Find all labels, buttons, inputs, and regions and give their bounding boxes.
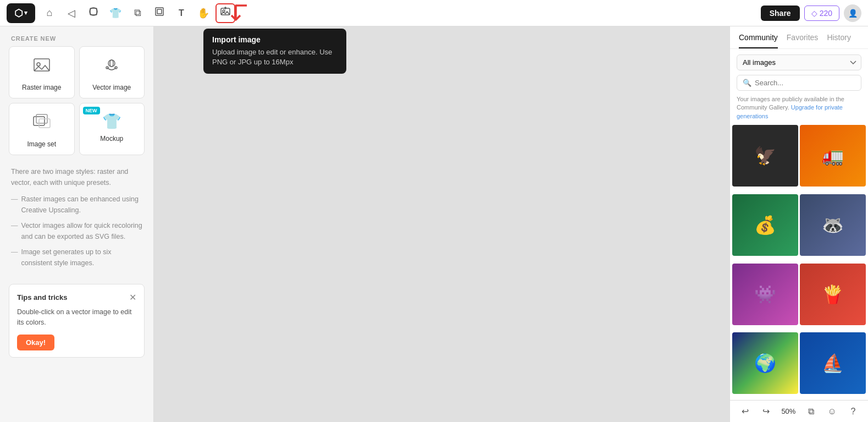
tab-favorites[interactable]: Favorites [787,33,819,48]
svg-rect-1 [90,8,97,15]
vector-icon [102,56,121,79]
gallery-item-monster[interactable]: 👾 [732,264,798,325]
shapes-tool-button[interactable] [84,3,103,23]
imageset-label: Image set [27,140,56,148]
home-icon: ⌂ [47,7,53,19]
raster-label: Raster image [22,84,61,91]
right-tabs: Community Favorites History [730,26,868,49]
main-toolbar: ⬡ ▾ ⌂ ◁ 👕 ⧉ T [0,0,868,26]
search-box: 🔍 [737,75,861,91]
layers-button[interactable]: ⧉ [803,403,819,420]
import-icon [220,6,231,20]
svg-rect-2 [156,8,163,15]
left-panel: CREATE NEW Raster image [0,26,154,422]
gallery-item-eagle[interactable]: 🦅 [732,125,798,187]
logo-dropdown-icon: ▾ [24,9,27,17]
svg-point-8 [37,63,40,66]
gallery-item-planet[interactable]: 🌍 [732,332,798,394]
toolbar-right: Share ◇ 220 👤 [761,4,861,22]
copy-tool-button[interactable]: ⧉ [128,3,147,23]
gallery-item-dollar[interactable]: 💰 [732,194,798,256]
hand-icon: ✋ [197,7,209,19]
import-image-button[interactable] [215,3,235,23]
privacy-note: Your images are publicly available in th… [730,95,868,125]
layers-icon: ⧉ [808,407,814,416]
right-panel: Community Favorites History All images M… [729,26,868,422]
svg-rect-3 [157,9,162,14]
text-icon: T [179,8,184,18]
vector-label: Vector image [92,84,131,91]
logo-icon: ⬡ [14,7,23,19]
new-badge: NEW [83,107,100,114]
info-item-1: Raster images can be enhanced using Crea… [11,194,142,216]
user-avatar[interactable]: 👤 [844,4,861,22]
raster-image-card[interactable]: Raster image [9,46,75,98]
info-text: There are two image styles: raster and v… [0,162,153,279]
info-item-2: Vector images allow for quick recoloring… [11,220,142,242]
svg-point-10 [110,60,113,67]
help-icon: ? [850,407,855,416]
text-tool-button[interactable]: T [172,3,191,23]
mockup-label: Mockup [100,135,123,143]
face-button[interactable]: ☺ [824,403,841,420]
canvas-area[interactable] [154,26,729,422]
shirt-icon: 👕 [109,7,121,19]
frame-tool-button[interactable] [150,3,169,23]
create-new-label: CREATE NEW [0,26,153,46]
tips-body: Double-click on a vector image to edit i… [17,307,136,328]
tab-community[interactable]: Community [739,33,778,48]
tab-history[interactable]: History [827,33,851,48]
create-grid: Raster image Vector image [0,46,153,162]
undo-button[interactable]: ↩ [737,403,753,420]
face-icon: ☺ [828,407,837,416]
frame-icon [154,7,164,19]
select-tool-button[interactable]: ◁ [62,3,81,23]
bottom-toolbar: ↩ ↪ 50% ⧉ ☺ ? [730,400,868,422]
select-icon: ◁ [68,7,75,19]
tips-title: Tips and tricks [17,293,68,302]
help-button[interactable]: ? [845,403,861,420]
credits-count: 220 [820,9,832,18]
svg-point-0 [90,8,97,15]
gallery-item-raccoon[interactable]: 🦝 [800,194,866,256]
tips-header: Tips and tricks ✕ [17,292,136,303]
shapes-icon [88,6,99,20]
gallery-item-truck[interactable]: 🚛 [800,125,866,187]
gallery-item-boat[interactable]: ⛵ [800,332,866,394]
search-icon: 🔍 [743,79,751,87]
okay-button[interactable]: Okay! [17,335,54,350]
gallery-item-fries[interactable]: 🍟 [800,264,866,325]
tips-box: Tips and tricks ✕ Double-click on a vect… [9,284,145,358]
shirt-tool-button[interactable]: 👕 [106,3,125,23]
undo-icon: ↩ [742,406,749,416]
mockup-card[interactable]: NEW 👕 Mockup [79,103,145,155]
info-item-3: Image set generates up to six consistent… [11,246,142,268]
main-content: CREATE NEW Raster image [0,26,868,422]
upgrade-link[interactable]: Upgrade for private generations [737,104,843,119]
imageset-icon [32,112,52,136]
hand-tool-button[interactable]: ✋ [193,3,213,23]
share-button[interactable]: Share [761,6,800,21]
mockup-icon: 👕 [102,112,121,130]
redo-button[interactable]: ↪ [758,403,774,420]
raster-icon [32,56,52,79]
image-set-card[interactable]: Image set [9,103,75,155]
image-filter-select[interactable]: All images My images Liked images [737,54,861,70]
search-input[interactable] [755,79,855,87]
info-list: Raster images can be enhanced using Crea… [11,194,142,268]
credits-button[interactable]: ◇ 220 [804,6,839,21]
info-intro: There are two image styles: raster and v… [11,166,142,188]
redo-icon: ↪ [762,406,770,416]
home-button[interactable]: ⌂ [40,3,59,23]
diamond-icon: ◇ [811,9,817,18]
avatar-initial: 👤 [848,9,858,18]
zoom-label[interactable]: 50% [778,407,798,415]
copy-icon: ⧉ [134,7,141,19]
tips-close-button[interactable]: ✕ [129,292,136,303]
vector-image-card[interactable]: Vector image [79,46,145,98]
gallery-grid: 🦅 🚛 💰 🦝 👾 🍟 🌍 ⛵ [730,125,868,400]
app-logo[interactable]: ⬡ ▾ [7,3,35,23]
svg-point-9 [108,60,115,67]
